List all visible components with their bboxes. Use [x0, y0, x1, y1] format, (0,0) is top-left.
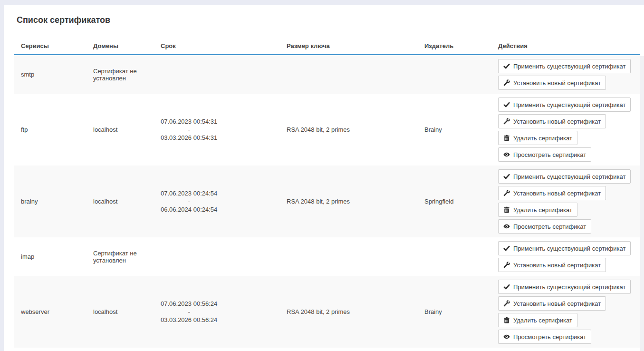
term-from: 07.06.2023 00:24:54 — [161, 189, 217, 197]
issuer-value: Brainy — [424, 308, 442, 315]
cell-key-size: RSA 2048 bit, 2 primes — [280, 94, 418, 166]
cell-key-size — [280, 55, 418, 94]
delete-certificate-button[interactable]: Удалить сертификат — [498, 203, 577, 217]
install-new-certificate-button[interactable]: Установить новый сертификат — [498, 114, 606, 128]
certificates-table: СервисыДоменыСрокРазмер ключаИздательДей… — [14, 38, 640, 348]
cell-issuer — [418, 55, 491, 94]
cell-issuer: Springfield — [418, 166, 491, 237]
view-certificate-button[interactable]: Просмотреть сертификат — [498, 330, 591, 344]
cell-actions: Применить существующий сертификатУстанов… — [491, 166, 640, 237]
cell-actions: Применить существующий сертификатУстанов… — [491, 94, 640, 166]
page-title: Список сертификатов — [17, 15, 110, 25]
cell-key-size: RSA 2048 bit, 2 primes — [280, 276, 418, 348]
action-button-label: Применить существующий сертификат — [513, 173, 625, 180]
table-row-webserver: webserverlocalhost07.06.2023 00:56:24-03… — [14, 276, 640, 348]
action-button-label: Просмотреть сертификат — [513, 333, 586, 341]
key-size-value: RSA 2048 bit, 2 primes — [287, 308, 350, 315]
view-certificate-button[interactable]: Просмотреть сертификат — [498, 219, 591, 234]
view-certificate-button[interactable]: Просмотреть сертификат — [498, 147, 591, 162]
term-to: 06.06.2024 00:24:54 — [161, 205, 217, 214]
action-button-label: Установить новый сертификат — [513, 118, 601, 125]
term-separator: - — [161, 308, 217, 316]
table-row-smtp: smtpСертификат не установленПрименить су… — [14, 55, 640, 94]
cell-domains: localhost — [87, 94, 154, 166]
check-icon — [503, 63, 510, 69]
column-header-term: Срок — [154, 38, 280, 54]
check-icon — [503, 283, 510, 290]
wrench-icon — [503, 300, 510, 307]
delete-certificate-button[interactable]: Удалить сертификат — [498, 313, 577, 327]
cell-issuer: Brainy — [418, 94, 491, 166]
column-header-actions: Действия — [491, 38, 640, 54]
cell-domains: localhost — [87, 166, 154, 237]
cell-actions: Применить существующий сертификатУстанов… — [491, 55, 640, 94]
cell-actions: Применить существующий сертификатУстанов… — [491, 276, 640, 348]
term-value: 07.06.2023 00:54:31-03.03.2026 00:54:31 — [161, 117, 217, 142]
scrollbar-track[interactable] — [640, 56, 644, 351]
cell-service: smtp — [14, 55, 87, 94]
column-header-issuer: Издатель — [418, 38, 491, 54]
cell-domains: localhost — [87, 276, 154, 348]
trash-icon — [503, 206, 510, 213]
cell-service: imap — [14, 237, 87, 276]
apply-existing-certificate-button[interactable]: Применить существующий сертификат — [498, 59, 631, 73]
cell-key-size — [280, 237, 418, 276]
column-header-service: Сервисы — [14, 38, 87, 54]
cell-key-size: RSA 2048 bit, 2 primes — [280, 166, 418, 237]
action-button-label: Удалить сертификат — [513, 317, 572, 324]
table-row-imap: imapСертификат не установленПрименить су… — [14, 237, 640, 276]
action-button-label: Применить существующий сертификат — [513, 63, 625, 70]
check-icon — [503, 101, 510, 108]
action-button-label: Установить новый сертификат — [513, 262, 601, 269]
issuer-value: Brainy — [424, 126, 442, 133]
table-header-row: СервисыДоменыСрокРазмер ключаИздательДей… — [14, 38, 640, 55]
wrench-icon — [503, 262, 510, 268]
action-button-label: Установить новый сертификат — [513, 79, 601, 87]
eye-icon — [503, 223, 510, 230]
service-name: smtp — [21, 71, 34, 78]
term-from: 07.06.2023 00:54:31 — [161, 117, 217, 126]
action-button-label: Просмотреть сертификат — [513, 223, 586, 230]
action-button-label: Применить существующий сертификат — [513, 283, 625, 291]
service-name: webserver — [21, 308, 49, 315]
term-from: 07.06.2023 00:56:24 — [161, 300, 217, 308]
key-size-value: RSA 2048 bit, 2 primes — [287, 126, 350, 133]
apply-existing-certificate-button[interactable]: Применить существующий сертификат — [498, 241, 631, 255]
apply-existing-certificate-button[interactable]: Применить существующий сертификат — [498, 280, 631, 294]
service-name: ftp — [21, 126, 28, 133]
table-row-brainy: brainylocalhost07.06.2023 00:24:54-06.06… — [14, 166, 640, 237]
apply-existing-certificate-button[interactable]: Применить существующий сертификат — [498, 169, 631, 184]
install-new-certificate-button[interactable]: Установить новый сертификат — [498, 186, 606, 200]
term-separator: - — [161, 197, 217, 205]
cell-term: 07.06.2023 00:24:54-06.06.2024 00:24:54 — [154, 166, 280, 237]
cell-service: brainy — [14, 166, 87, 237]
cell-service: ftp — [14, 94, 87, 166]
install-new-certificate-button[interactable]: Установить новый сертификат — [498, 258, 606, 272]
table-row-ftp: ftplocalhost07.06.2023 00:54:31-03.03.20… — [14, 94, 640, 166]
key-size-value: RSA 2048 bit, 2 primes — [287, 198, 350, 205]
action-button-label: Установить новый сертификат — [513, 190, 601, 197]
cell-actions: Применить существующий сертификатУстанов… — [491, 237, 640, 276]
certificates-card: Список сертификатов СервисыДоменыСрокРаз… — [4, 5, 644, 351]
action-button-label: Просмотреть сертификат — [513, 151, 586, 158]
action-button-label: Применить существующий сертификат — [513, 245, 625, 252]
install-new-certificate-button[interactable]: Установить новый сертификат — [498, 76, 606, 90]
delete-certificate-button[interactable]: Удалить сертификат — [498, 131, 577, 145]
cell-service: webserver — [14, 276, 87, 348]
domains-value: localhost — [93, 308, 117, 315]
install-new-certificate-button[interactable]: Установить новый сертификат — [498, 296, 606, 311]
wrench-icon — [503, 190, 510, 196]
eye-icon — [503, 151, 510, 158]
cell-term — [154, 55, 280, 94]
term-to: 03.03.2026 00:54:31 — [161, 134, 217, 142]
table-body: smtpСертификат не установленПрименить су… — [14, 55, 640, 348]
domains-value: localhost — [93, 126, 117, 133]
cell-term: 07.06.2023 00:56:24-03.03.2026 00:56:24 — [154, 276, 280, 348]
column-header-key_size: Размер ключа — [280, 38, 418, 54]
check-icon — [503, 245, 510, 252]
issuer-value: Springfield — [424, 198, 453, 205]
trash-icon — [503, 317, 510, 323]
cell-issuer — [418, 237, 491, 276]
apply-existing-certificate-button[interactable]: Применить существующий сертификат — [498, 98, 631, 112]
action-button-label: Установить новый сертификат — [513, 300, 601, 307]
